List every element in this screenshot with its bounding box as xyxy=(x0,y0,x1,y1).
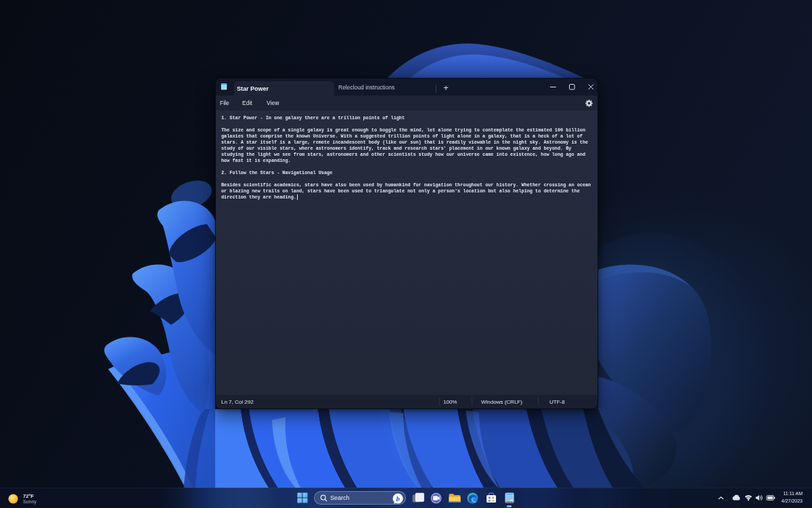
svg-text:b: b xyxy=(396,495,399,503)
